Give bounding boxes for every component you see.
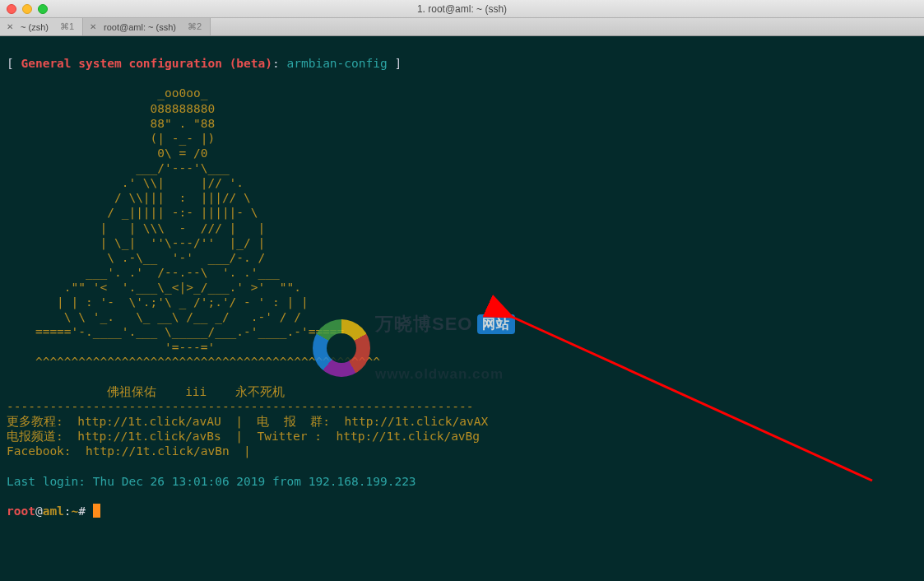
last-login: Last login: Thu Dec 26 13:01:06 2019 fro…: [7, 475, 416, 488]
prompt-user: root: [7, 504, 35, 518]
maximize-window-icon[interactable]: [38, 4, 48, 14]
svg-line-1: [510, 316, 872, 481]
prompt-at: @: [35, 504, 43, 518]
terminal-viewport[interactable]: [ General system configuration (beta): a…: [0, 36, 924, 581]
separator-line: ----------------------------------------…: [7, 400, 473, 413]
minimize-window-icon[interactable]: [22, 4, 32, 14]
tab-shortcut: ⌘2: [188, 21, 202, 32]
tab-bar: ✕ ~ (zsh) ⌘1 ✕ root@aml: ~ (ssh) ⌘2: [0, 18, 924, 36]
prompt-colon: :: [64, 504, 72, 518]
config-line-open: [: [7, 57, 14, 70]
config-line-cmd: armbian-config: [286, 57, 387, 70]
prompt-hash: #: [78, 504, 86, 518]
config-line-sep: :: [272, 57, 280, 70]
links-line-2: 电报频道: http://1t.click/avBs | Twitter : h…: [7, 430, 480, 443]
watermark-badge: 网站: [477, 314, 515, 334]
tab-ssh[interactable]: ✕ root@aml: ~ (ssh) ⌘2: [83, 18, 211, 35]
config-line-close: ]: [394, 57, 402, 70]
config-line-title: General system configuration (beta): [21, 57, 272, 70]
tab-label: ~ (zsh): [21, 22, 49, 32]
traffic-lights: [0, 4, 48, 14]
window-titlebar: 1. root@aml: ~ (ssh): [0, 0, 924, 18]
links-line-1: 更多教程: http://1t.click/avAU | 电 报 群: http…: [7, 415, 488, 428]
cursor-block: [93, 504, 100, 518]
watermark-overlay: 万晓博SEO 网站 www.oldwan.com: [313, 283, 515, 413]
prompt-host: aml: [43, 504, 64, 518]
close-icon[interactable]: ✕: [5, 22, 14, 31]
tab-zsh[interactable]: ✕ ~ (zsh) ⌘1: [0, 18, 83, 35]
window-title: 1. root@aml: ~ (ssh): [0, 3, 924, 15]
close-icon[interactable]: ✕: [88, 22, 97, 31]
watermark-text: 万晓博SEO 网站 www.oldwan.com: [375, 283, 515, 413]
tab-label: root@aml: ~ (ssh): [104, 22, 176, 32]
watermark-title: 万晓博SEO: [375, 313, 472, 336]
blessing-text: 佛祖保佑 iii 永不死机: [7, 385, 285, 398]
watermark-url: www.oldwan.com: [375, 365, 515, 383]
tab-shortcut: ⌘1: [60, 21, 74, 32]
ascii-art-buddha: _oo0oo_ 088888880 88" . "88 (| -_- |) 0\…: [7, 86, 380, 368]
close-window-icon[interactable]: [7, 4, 16, 14]
links-line-3: Facebook: http://1t.click/avBn |: [7, 444, 251, 458]
